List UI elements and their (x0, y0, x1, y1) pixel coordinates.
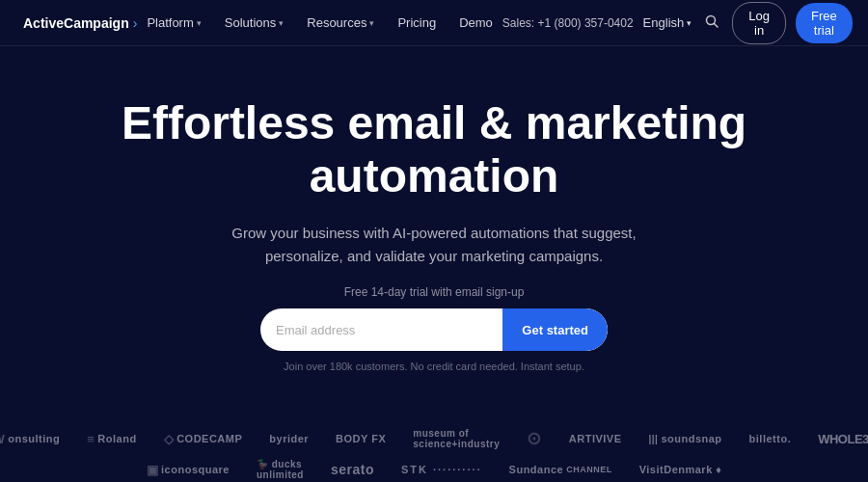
logo-sundance: SundanceCHANNEL (509, 464, 612, 475)
email-form: Get started (260, 308, 608, 351)
solutions-chevron: ▾ (279, 18, 284, 28)
logo-ducks-unlimited: 🦆 ducksunlimited (257, 459, 304, 480)
hero-section: Effortless email & marketing automation … (0, 46, 868, 401)
lang-chevron: ▾ (687, 18, 692, 28)
logo-spin: ⊙ (527, 428, 542, 449)
hero-title: Effortless email & marketing automation (96, 96, 772, 202)
search-button[interactable] (701, 11, 722, 36)
get-started-button[interactable]: Get started (502, 308, 608, 351)
hero-footnote: Join over 180k customers. No credit card… (284, 361, 584, 372)
nav-right: Sales: +1 (800) 357-0402 English ▾ Log i… (502, 2, 853, 44)
resources-chevron: ▾ (369, 18, 374, 28)
nav-pricing[interactable]: Pricing (388, 10, 446, 36)
logo-wonsulting: Wonsulting (0, 432, 60, 446)
svg-line-1 (715, 23, 719, 27)
email-input[interactable] (260, 308, 502, 351)
trial-label: Free 14-day trial with email sign-up (344, 285, 525, 299)
free-trial-nav-button[interactable]: Free trial (796, 3, 853, 43)
logos-row-1: Wonsulting ≡Roland ◇CODECAMP byrider BOD… (0, 428, 868, 449)
search-icon (705, 14, 719, 28)
logo-museum: museum ofscience+industry (413, 428, 500, 449)
nav-platform[interactable]: Platform ▾ (137, 10, 210, 36)
logos-row-2: ▣ iconosquare 🦆 ducksunlimited serato ST… (147, 459, 722, 480)
logo-artivive: ARTIVIVE (569, 433, 622, 444)
sales-number: Sales: +1 (800) 357-0402 (502, 16, 634, 30)
navbar: ActiveCampaign › Platform ▾ Solutions ▾ … (0, 0, 868, 46)
logo-bodyfx: BODY FX (336, 433, 386, 444)
logo-byrider: byrider (269, 433, 309, 444)
nav-resources[interactable]: Resources ▾ (297, 10, 384, 36)
logo-billetto: billetto. (749, 433, 792, 444)
language-selector[interactable]: English ▾ (643, 15, 692, 30)
logo-serato: serato (331, 462, 374, 477)
logo-visitdenmark: VisitDenmark ♦ (639, 464, 722, 475)
logos-section: Wonsulting ≡Roland ◇CODECAMP byrider BOD… (0, 428, 868, 480)
platform-chevron: ▾ (197, 18, 202, 28)
logo-soundsnap: ||| soundsnap (649, 433, 722, 444)
logo-whole30: WHOLE30 (818, 432, 868, 446)
nav-links: Platform ▾ Solutions ▾ Resources ▾ Prici… (137, 10, 502, 36)
nav-demo[interactable]: Demo (449, 10, 502, 36)
nav-solutions[interactable]: Solutions ▾ (215, 10, 293, 36)
login-button[interactable]: Log in (732, 2, 786, 44)
logo-codecamp: ◇CODECAMP (164, 432, 243, 446)
logo-text: ActiveCampaign (23, 15, 129, 31)
hero-subtitle: Grow your business with AI-powered autom… (212, 222, 656, 268)
logo-roland: ≡Roland (87, 432, 136, 446)
logo-stk: STK ·········· (401, 464, 482, 475)
nav-logo[interactable]: ActiveCampaign › (23, 15, 137, 31)
logo-iconosquare: ▣ iconosquare (147, 463, 230, 477)
